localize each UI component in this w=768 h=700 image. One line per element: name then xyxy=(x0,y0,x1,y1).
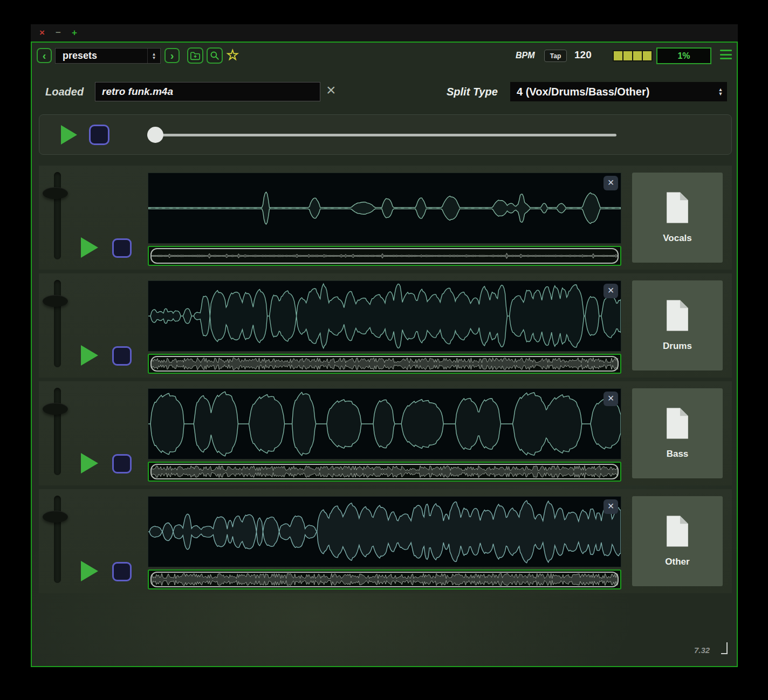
split-type-value: 4 (Vox/Drums/Bass/Other) xyxy=(517,86,649,98)
stem-card-other[interactable]: Other xyxy=(632,496,723,586)
split-type-dropdown[interactable]: 4 (Vox/Drums/Bass/Other) ▲ ▼ xyxy=(510,82,727,101)
stem-row-bass: × Bass xyxy=(39,381,732,485)
stem-label: Vocals xyxy=(663,233,692,244)
stepper-icon[interactable]: ▲ ▼ xyxy=(714,82,727,101)
arrow-down-icon: ▼ xyxy=(152,56,156,60)
version-number: 7.32 xyxy=(694,646,710,655)
waveform-minimap[interactable] xyxy=(148,246,621,266)
waveform xyxy=(148,173,621,243)
waveform-minimap[interactable] xyxy=(148,569,621,589)
close-icon[interactable]: × xyxy=(604,392,618,406)
volume-fader-track[interactable] xyxy=(54,280,61,367)
close-icon[interactable]: × xyxy=(604,284,618,298)
close-icon[interactable]: × xyxy=(604,499,618,514)
waveform-minimap[interactable] xyxy=(148,354,621,374)
seek-slider-knob[interactable] xyxy=(147,127,163,143)
stem-card-drums[interactable]: Drums xyxy=(632,280,723,370)
loaded-label: Loaded xyxy=(45,86,84,98)
arrow-down-icon: ▼ xyxy=(718,92,723,96)
file-icon xyxy=(664,407,691,440)
stepper-icon[interactable]: ▲ ▼ xyxy=(147,49,160,63)
search-button[interactable] xyxy=(207,47,223,64)
bpm-value[interactable]: 120 xyxy=(574,49,592,61)
volume-fader-track[interactable] xyxy=(54,496,61,583)
loaded-file-input[interactable]: retro funk.m4a xyxy=(95,82,320,101)
tap-tempo-button[interactable]: Tap xyxy=(544,50,567,62)
window-titlebar: × − + xyxy=(31,24,738,42)
clear-file-icon[interactable]: × xyxy=(326,81,336,99)
stem-card-bass[interactable]: Bass xyxy=(632,388,723,478)
file-icon xyxy=(664,191,691,224)
loaded-filename: retro funk.m4a xyxy=(102,86,173,98)
favorite-star-icon[interactable]: ☆ xyxy=(226,46,239,64)
waveform-minimap[interactable] xyxy=(148,462,621,482)
play-button[interactable] xyxy=(81,561,98,581)
stop-button[interactable] xyxy=(112,238,132,258)
maximize-window-button[interactable]: + xyxy=(72,28,77,38)
close-window-button[interactable]: × xyxy=(39,28,45,38)
plugin-window: ‹ presets ▲ ▼ › ☆ BPM Tap 120 1% Loaded … xyxy=(31,42,738,667)
file-icon xyxy=(664,299,691,332)
waveform-display[interactable]: × xyxy=(148,280,621,352)
forward-button[interactable]: › xyxy=(164,48,180,63)
progress-percent-display: 1% xyxy=(656,47,711,64)
waveform xyxy=(148,497,621,567)
bpm-label: BPM xyxy=(516,51,535,60)
stop-button[interactable] xyxy=(89,125,109,145)
split-type-label: Split Type xyxy=(447,86,498,98)
waveform-display[interactable]: × xyxy=(148,496,621,567)
minimize-window-button[interactable]: − xyxy=(56,28,61,38)
stop-button[interactable] xyxy=(112,562,132,581)
stem-label: Bass xyxy=(667,449,689,459)
search-icon xyxy=(210,51,220,60)
volume-fader-knob[interactable] xyxy=(43,511,68,523)
stem-card-vocals[interactable]: Vocals xyxy=(632,173,723,263)
waveform-display[interactable]: × xyxy=(148,173,621,244)
stem-label: Drums xyxy=(663,341,692,352)
preset-dropdown-value: presets xyxy=(63,50,97,61)
file-icon xyxy=(664,514,691,548)
loop-region[interactable] xyxy=(150,248,619,264)
play-button[interactable] xyxy=(81,453,98,473)
waveform xyxy=(148,389,621,459)
text-cursor xyxy=(721,642,728,654)
loop-region[interactable] xyxy=(150,356,619,372)
volume-fader-knob[interactable] xyxy=(43,403,68,415)
hamburger-menu-icon[interactable] xyxy=(720,50,732,59)
play-button[interactable] xyxy=(81,237,98,258)
back-button[interactable]: ‹ xyxy=(37,48,52,63)
volume-fader-knob[interactable] xyxy=(43,187,68,199)
folder-add-icon xyxy=(190,51,201,60)
play-button[interactable] xyxy=(81,345,98,366)
transport-panel xyxy=(39,114,732,155)
add-folder-button[interactable] xyxy=(187,47,203,64)
volume-fader-track[interactable] xyxy=(54,388,61,475)
play-button[interactable] xyxy=(61,125,77,145)
volume-fader-track[interactable] xyxy=(54,172,61,259)
bpm-meter xyxy=(613,50,653,61)
stop-button[interactable] xyxy=(112,454,132,473)
seek-slider-track[interactable] xyxy=(147,134,616,136)
stem-label: Other xyxy=(665,557,689,567)
waveform-display[interactable]: × xyxy=(148,388,621,459)
stem-row-drums: × Drums xyxy=(39,273,732,378)
stem-row-vocals: × Vocals xyxy=(39,166,732,270)
waveform xyxy=(148,281,621,351)
close-icon[interactable]: × xyxy=(604,176,618,190)
volume-fader-knob[interactable] xyxy=(43,295,68,307)
loop-region[interactable] xyxy=(150,572,619,587)
stem-row-other: × Other xyxy=(39,489,732,593)
stop-button[interactable] xyxy=(112,346,132,366)
preset-dropdown[interactable]: presets ▲ ▼ xyxy=(55,48,161,64)
loop-region[interactable] xyxy=(150,464,619,479)
